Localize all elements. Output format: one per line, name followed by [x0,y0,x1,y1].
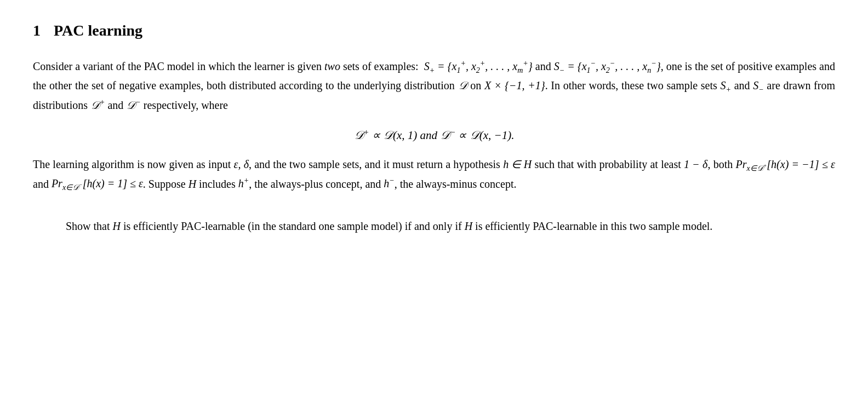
section-heading: PAC learning [54,22,142,39]
section-number: 1 [33,22,41,39]
paragraph-1: Consider a variant of the PAC model in w… [33,57,835,114]
paragraph-3: Show that H is efficiently PAC-learnable… [33,217,835,235]
display-math: 𝒟+ ∝ 𝒟(x, 1) and 𝒟− ∝ 𝒟(x, −1). [33,128,835,142]
paragraph-2: The learning algorithm is now given as i… [33,155,835,194]
section-header: 1 PAC learning [33,22,835,39]
